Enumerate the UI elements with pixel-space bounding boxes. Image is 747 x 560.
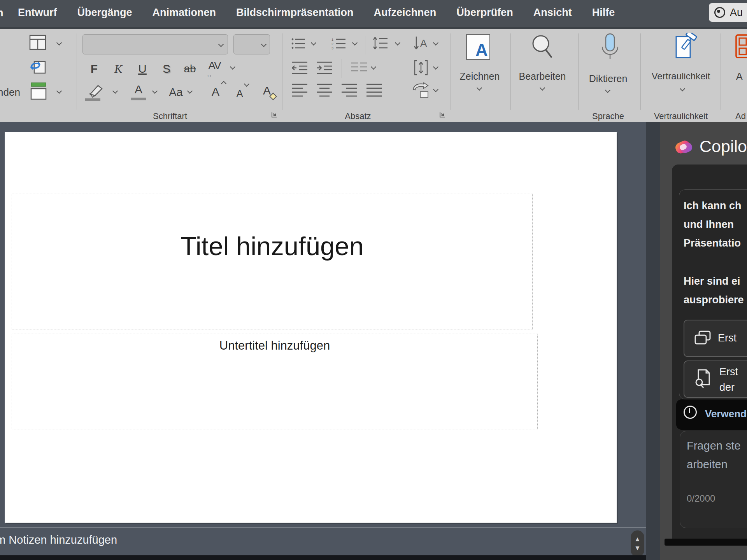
font-size-chevron-icon[interactable] bbox=[261, 42, 267, 47]
bullets-button[interactable] bbox=[291, 37, 306, 50]
decrease-indent-button[interactable] bbox=[291, 61, 308, 75]
tab-hilfe[interactable]: Hilfe bbox=[592, 7, 615, 19]
columns-button[interactable] bbox=[350, 61, 368, 73]
tab-bildschirmpraesentation[interactable]: Bildschirmpräsentation bbox=[236, 7, 354, 19]
paragraph-dialog-launcher-icon[interactable] bbox=[439, 111, 446, 118]
tab-ansicht[interactable]: Ansicht bbox=[533, 7, 572, 19]
convert-smartart-button[interactable] bbox=[412, 82, 430, 98]
section-chevron-icon[interactable] bbox=[57, 89, 62, 94]
font-dialog-launcher-icon[interactable] bbox=[271, 111, 278, 118]
text-direction-chevron-icon[interactable] bbox=[433, 40, 438, 46]
justify-button[interactable] bbox=[366, 83, 383, 97]
italic-button[interactable]: K bbox=[108, 59, 128, 79]
numbering-button[interactable]: 1 2 3 bbox=[331, 37, 346, 50]
slides-group-cut-label[interactable]: nden bbox=[0, 86, 20, 98]
copilot-suggestion-summary-button[interactable]: Erst der bbox=[684, 360, 747, 398]
dictate-chevron-icon[interactable] bbox=[605, 88, 610, 93]
highlight-chevron-icon[interactable] bbox=[113, 89, 118, 94]
grow-font-arrow-icon bbox=[221, 81, 226, 86]
text-shadow-button[interactable]: S bbox=[156, 59, 177, 79]
copilot-input-placeholder-line2: arbeiten bbox=[687, 458, 728, 471]
align-left-icon bbox=[291, 83, 308, 97]
align-text-button[interactable] bbox=[413, 59, 430, 76]
tab-ueberpruefen[interactable]: Überprüfen bbox=[456, 7, 513, 19]
paragraph-group-label: Absatz bbox=[319, 111, 397, 121]
group-separator bbox=[77, 33, 77, 110]
change-case-button[interactable]: Aa bbox=[165, 82, 187, 102]
sensitivity-chevron-icon[interactable] bbox=[680, 86, 685, 91]
layout-button[interactable] bbox=[29, 34, 47, 51]
editing-button[interactable]: Bearbeiten bbox=[511, 71, 573, 82]
increase-indent-button[interactable] bbox=[316, 61, 333, 75]
copilot-try-line1: Hier sind ei bbox=[684, 275, 740, 287]
align-text-icon bbox=[413, 59, 430, 76]
clear-formatting-button[interactable]: A bbox=[258, 82, 275, 100]
notes-divider[interactable] bbox=[0, 527, 646, 528]
section-button[interactable] bbox=[30, 82, 47, 101]
align-center-button[interactable] bbox=[316, 83, 333, 97]
align-left-button[interactable] bbox=[291, 83, 308, 97]
line-spacing-button[interactable] bbox=[373, 37, 388, 50]
columns-icon bbox=[350, 61, 368, 73]
scroll-up-icon[interactable]: ▲ bbox=[634, 536, 641, 542]
font-color-bar bbox=[131, 98, 146, 100]
tab-cut-fragment[interactable]: n bbox=[0, 7, 4, 19]
copilot-terms-link[interactable]: Verwend bbox=[705, 408, 747, 420]
columns-chevron-icon[interactable] bbox=[371, 65, 376, 70]
smartart-chevron-icon[interactable] bbox=[433, 87, 438, 92]
align-right-button[interactable] bbox=[341, 83, 358, 97]
notes-area[interactable]: m Notizen hinzuzufügen bbox=[0, 534, 117, 546]
change-case-chevron-icon[interactable] bbox=[188, 89, 193, 94]
tab-uebergaenge[interactable]: Übergänge bbox=[77, 7, 132, 19]
addins-button[interactable]: A bbox=[736, 71, 747, 82]
editing-chevron-icon[interactable] bbox=[540, 86, 545, 91]
numbering-chevron-icon[interactable] bbox=[352, 40, 358, 46]
scroll-down-icon[interactable]: ▼ bbox=[634, 545, 641, 551]
copilot-suggestion-summary-label-line2: der bbox=[719, 382, 735, 394]
underline-button[interactable]: U bbox=[132, 59, 153, 79]
font-name-chevron-icon[interactable] bbox=[219, 42, 224, 47]
panel-divider[interactable] bbox=[646, 122, 660, 560]
slides-icon bbox=[694, 331, 711, 345]
tab-aufzeichnen[interactable]: Aufzeichnen bbox=[374, 7, 437, 19]
font-size-combobox[interactable] bbox=[233, 34, 270, 54]
subtitle-placeholder[interactable]: Untertitel hinzufügen bbox=[12, 334, 538, 429]
strikethrough-button[interactable]: ab bbox=[179, 59, 201, 79]
autosave-toggle[interactable]: Au bbox=[709, 3, 747, 22]
layout-chevron-icon[interactable] bbox=[57, 40, 62, 46]
reset-button[interactable] bbox=[30, 58, 47, 75]
increase-indent-icon bbox=[316, 61, 333, 75]
copilot-suggestion-create-button[interactable]: Erst bbox=[684, 320, 747, 357]
sensitivity-button[interactable]: Vertraulichkeit bbox=[641, 71, 721, 82]
copilot-suggestion-summary-label-line1: Erst bbox=[719, 366, 738, 378]
draw-button-icon: A bbox=[466, 34, 490, 60]
font-color-button[interactable]: A bbox=[130, 82, 147, 100]
section-icon bbox=[30, 82, 47, 101]
highlight-color-bar bbox=[85, 98, 100, 101]
font-color-chevron-icon[interactable] bbox=[153, 89, 158, 94]
draw-button[interactable]: Zeichnen bbox=[451, 71, 508, 82]
bullets-chevron-icon[interactable] bbox=[311, 40, 316, 46]
copilot-intro-line2: und Ihnen bbox=[684, 219, 734, 231]
shrink-font-button[interactable]: A bbox=[230, 84, 249, 103]
small-separator bbox=[253, 83, 253, 103]
title-placeholder[interactable]: Titel hinzufügen bbox=[12, 194, 533, 329]
status-bar bbox=[0, 555, 646, 560]
character-spacing-chevron-icon[interactable] bbox=[230, 65, 235, 70]
bold-button[interactable]: F bbox=[84, 59, 104, 79]
dictate-button[interactable]: Diktieren bbox=[579, 73, 637, 84]
copilot-input-placeholder-line1: Fragen ste bbox=[687, 439, 741, 452]
text-direction-button[interactable]: A bbox=[413, 36, 430, 51]
highlight-button[interactable] bbox=[85, 82, 105, 101]
line-spacing-chevron-icon[interactable] bbox=[395, 40, 400, 46]
align-center-icon bbox=[316, 83, 333, 97]
align-text-chevron-icon[interactable] bbox=[433, 65, 438, 70]
tab-animationen[interactable]: Animationen bbox=[153, 7, 216, 19]
slide-scroll-control[interactable]: ▲ ▼ bbox=[631, 530, 644, 557]
title-placeholder-text: Titel hinzufügen bbox=[181, 231, 364, 261]
font-name-combobox[interactable] bbox=[82, 34, 228, 54]
tab-entwurf[interactable]: Entwurf bbox=[18, 7, 57, 19]
draw-chevron-icon[interactable] bbox=[477, 86, 482, 91]
group-separator bbox=[451, 33, 451, 110]
eraser-icon bbox=[269, 93, 277, 100]
